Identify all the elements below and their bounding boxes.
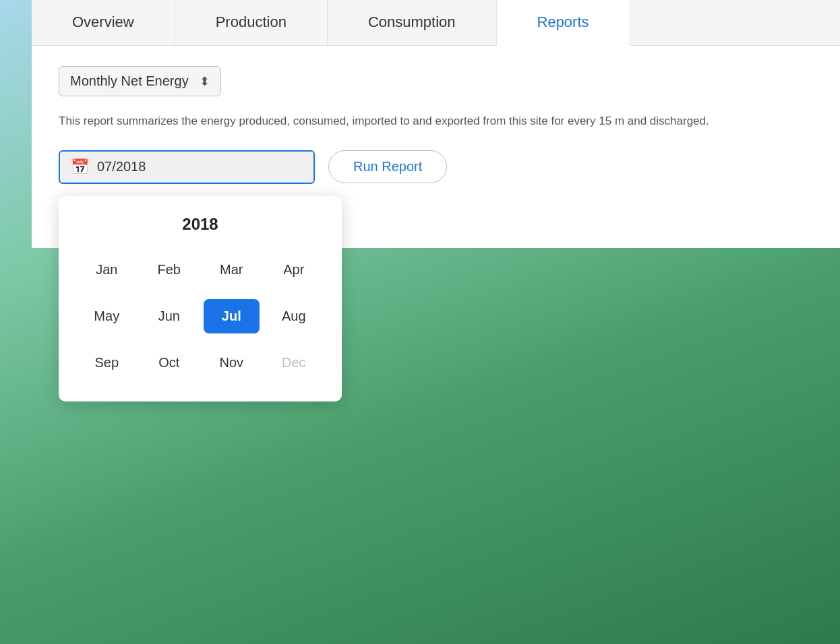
month-mar[interactable]: Mar bbox=[204, 253, 260, 287]
tab-production[interactable]: Production bbox=[175, 0, 328, 45]
month-jan[interactable]: Jan bbox=[79, 253, 135, 287]
selector-arrow-icon: ⬍ bbox=[200, 74, 210, 89]
calendar-icon: 📅 bbox=[71, 158, 89, 176]
content-area: Monthly Net Energy ⬍ This report summari… bbox=[32, 46, 840, 248]
month-apr[interactable]: Apr bbox=[266, 253, 322, 287]
month-jun[interactable]: Jun bbox=[142, 299, 198, 333]
date-input-wrapper[interactable]: 📅 bbox=[59, 150, 315, 184]
month-oct[interactable]: Oct bbox=[142, 346, 198, 380]
date-row: 📅 Run Report 2018 Jan Feb Mar Apr May Ju… bbox=[59, 150, 814, 184]
date-input[interactable] bbox=[97, 159, 303, 174]
calendar-months-grid: Jan Feb Mar Apr May Jun Jul Aug Sep Oct … bbox=[79, 253, 322, 380]
calendar-year: 2018 bbox=[79, 215, 322, 234]
main-panel: Overview Production Consumption Reports … bbox=[32, 0, 840, 248]
month-feb[interactable]: Feb bbox=[142, 253, 198, 287]
month-sep[interactable]: Sep bbox=[79, 346, 135, 380]
tab-consumption[interactable]: Consumption bbox=[328, 0, 497, 45]
calendar-popup: 2018 Jan Feb Mar Apr May Jun Jul Aug Sep… bbox=[59, 196, 342, 401]
report-selector-label: Monthly Net Energy bbox=[70, 73, 189, 89]
month-dec: Dec bbox=[266, 346, 322, 380]
month-nov[interactable]: Nov bbox=[204, 346, 260, 380]
tab-reports[interactable]: Reports bbox=[497, 0, 630, 46]
month-jul[interactable]: Jul bbox=[204, 299, 260, 333]
month-aug[interactable]: Aug bbox=[266, 299, 322, 333]
run-report-button[interactable]: Run Report bbox=[328, 150, 447, 183]
month-may[interactable]: May bbox=[79, 299, 135, 333]
report-description: This report summarizes the energy produc… bbox=[59, 112, 800, 130]
report-selector-dropdown[interactable]: Monthly Net Energy ⬍ bbox=[59, 66, 221, 96]
tab-bar: Overview Production Consumption Reports bbox=[32, 0, 840, 46]
tab-overview[interactable]: Overview bbox=[32, 0, 175, 45]
